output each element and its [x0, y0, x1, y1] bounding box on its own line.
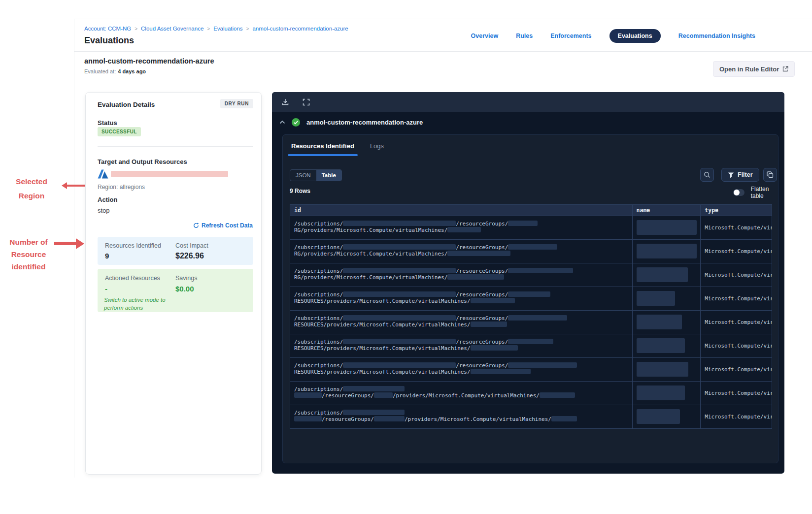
redacted-name-bar [637, 362, 688, 377]
resource-id-line: RESOURCES/providers/Microsoft.Compute/vi… [290, 321, 632, 328]
redacted-bar [540, 392, 575, 398]
cell-name [633, 287, 701, 310]
savings-value: $0.00 [175, 285, 194, 293]
redacted-bar [343, 244, 456, 250]
table-row[interactable]: /subscriptions//resourceGroups//provider… [290, 405, 772, 428]
tab-resources-identified[interactable]: Resources Identified [291, 142, 354, 156]
redacted-bar [374, 416, 405, 421]
header-divider [74, 51, 812, 52]
id-text: /subscriptions/ [294, 244, 343, 251]
redacted-bar [343, 362, 456, 368]
id-text: RG/providers/Microsoft.Compute/virtualMa… [294, 274, 447, 281]
content-top-border [74, 19, 812, 19]
status-badge: SUCCESSFUL [98, 127, 141, 136]
redacted-bar [343, 339, 456, 344]
open-rule-editor-button[interactable]: Open in Rule Editor [713, 61, 795, 77]
redacted-bar [343, 291, 456, 297]
cost-impact-label: Cost Impact [175, 242, 208, 249]
redacted-bar [294, 416, 322, 421]
id-text: /providers/Microsoft.Compute/virtualMach… [405, 416, 551, 422]
evaluated-at: Evaluated at:4 days ago [84, 68, 146, 74]
redacted-name-bar [637, 409, 680, 424]
breadcrumb-item-evaluations[interactable]: Evaluations [213, 26, 242, 32]
resource-id-line: /subscriptions//resourceGroups/ [290, 244, 632, 251]
redacted-bar [374, 392, 393, 398]
cell-name [633, 358, 701, 381]
cell-id: /subscriptions//resourceGroups/RESOURCES… [290, 334, 633, 357]
nav-tab-enforcements[interactable]: Enforcements [550, 32, 591, 39]
breadcrumb-item-cloud-asset-governance[interactable]: Cloud Asset Governance [141, 26, 203, 32]
redacted-bar [471, 298, 515, 303]
nav-tab-recommendation-insights[interactable]: Recommendation Insights [678, 32, 755, 39]
resource-id-line: /subscriptions/ [290, 410, 632, 416]
table-row[interactable]: /subscriptions//resourceGroups/RESOURCES… [290, 287, 772, 310]
redacted-bar [508, 244, 557, 250]
fullscreen-icon[interactable] [302, 97, 310, 106]
breadcrumb-item-anmol-custom-recommendation-azure[interactable]: anmol-custom-recommendation-azure [252, 26, 348, 32]
filter-button[interactable]: Filter [721, 168, 759, 182]
annotation-arrow-resources [76, 238, 84, 249]
table-row[interactable]: /subscriptions//resourceGroups/RESOURCES… [290, 334, 772, 357]
redacted-bar [447, 274, 504, 280]
view-toggle: JSONTable [290, 169, 342, 181]
table-row[interactable]: /subscriptions//resourceGroups/RG/provid… [290, 263, 772, 287]
resource-type-value: Microsoft.Compute/virtu [701, 287, 772, 302]
refresh-icon [193, 223, 199, 228]
resource-type-value: Microsoft.Compute/virtu [701, 382, 772, 396]
panel-run-title: anmol-custom-recommendation-azure [306, 119, 423, 126]
redacted-bar [508, 291, 550, 297]
id-text: RESOURCES/providers/Microsoft.Compute/vi… [294, 321, 471, 328]
copy-button[interactable] [763, 168, 777, 182]
cell-type: Microsoft.Compute/virtu [701, 358, 772, 381]
cell-id: /subscriptions//resourceGroups//provider… [290, 382, 633, 405]
results-panel: anmol-custom-recommendation-azure Resour… [272, 92, 784, 474]
id-text: /resourceGroups/ [456, 362, 508, 369]
refresh-cost-data-link[interactable]: Refresh Cost Data [193, 222, 253, 229]
annotation-resources-identified: Number ofResourceidentified [2, 236, 55, 273]
id-text: /resourceGroups/ [456, 244, 508, 251]
view-toggle-table[interactable]: Table [316, 170, 341, 181]
content-left-border [74, 19, 74, 478]
download-icon[interactable] [281, 97, 290, 106]
nav-tab-evaluations[interactable]: Evaluations [609, 29, 661, 43]
resource-type-value: Microsoft.Compute/virtu [701, 358, 772, 373]
redacted-bar [447, 227, 481, 232]
page-title: Evaluations [84, 35, 134, 46]
redacted-name-bar [637, 315, 682, 329]
id-text: RG/providers/Microsoft.Compute/virtualMa… [294, 227, 447, 233]
flatten-table-toggle[interactable] [733, 189, 744, 196]
id-text: /subscriptions/ [294, 221, 343, 227]
redacted-bar [508, 362, 577, 368]
redacted-bar [343, 315, 456, 321]
table-row[interactable]: /subscriptions//resourceGroups/RG/provid… [290, 216, 772, 239]
resources-identified-value: 9 [105, 252, 109, 260]
table-row[interactable]: /subscriptions//resourceGroups/RG/provid… [290, 239, 772, 263]
cell-id: /subscriptions//resourceGroups/RG/provid… [290, 240, 633, 263]
actioned-resources-value: - [105, 285, 107, 293]
dry-run-badge: DRY RUN [220, 99, 253, 108]
collapse-chevron-icon[interactable] [279, 120, 285, 125]
view-toggle-json[interactable]: JSON [290, 170, 316, 181]
redacted-bar [508, 339, 553, 344]
cell-id: /subscriptions//resourceGroups/RESOURCES… [290, 311, 633, 334]
id-text: /resourceGroups/ [456, 291, 508, 298]
resource-id-line: /resourceGroups//providers/Microsoft.Com… [290, 392, 632, 399]
table-row[interactable]: /subscriptions//resourceGroups/RESOURCES… [290, 357, 772, 381]
tab-logs[interactable]: Logs [370, 142, 384, 156]
nav-tab-overview[interactable]: Overview [471, 32, 499, 39]
region-value: Region: allregions [98, 184, 145, 191]
table-row[interactable]: /subscriptions//resourceGroups//provider… [290, 381, 772, 405]
panel-toolbar [272, 92, 784, 112]
id-text: /resourceGroups/ [456, 315, 508, 321]
rows-count: 9 Rows [290, 188, 310, 194]
redacted-bar [343, 268, 456, 273]
redacted-bar [508, 221, 538, 226]
table-row[interactable]: /subscriptions//resourceGroups/RESOURCES… [290, 310, 772, 334]
resource-id-line: /subscriptions/ [290, 386, 632, 392]
nav-tab-rules[interactable]: Rules [516, 32, 533, 39]
id-text: /subscriptions/ [294, 362, 343, 369]
cost-impact-value: $226.96 [175, 252, 204, 260]
breadcrumb-item-account-ccm-ng[interactable]: Account: CCM-NG [84, 26, 131, 32]
evaluated-at-value: 4 days ago [118, 68, 146, 74]
search-button[interactable] [700, 168, 714, 182]
